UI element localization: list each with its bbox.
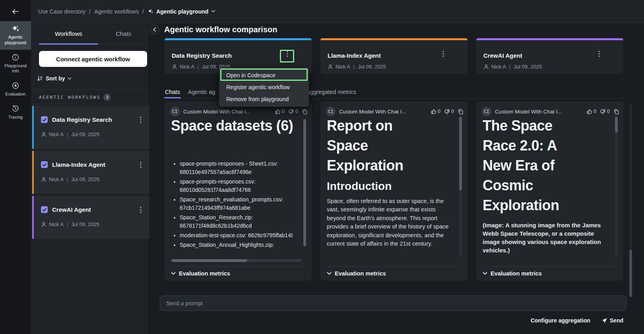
thumbs-up-button[interactable]: 0	[431, 109, 440, 115]
thumbs-down-button[interactable]: 0	[444, 109, 454, 115]
vertical-scrollbar[interactable]	[615, 117, 618, 133]
workflow-count-badge: 3	[103, 94, 111, 101]
rail-item-evaluation[interactable]: Evaluation	[0, 78, 31, 101]
workflow-checkbox[interactable]	[41, 116, 48, 123]
menu-item-open-in-codespace[interactable]: Open in Codespace	[219, 69, 309, 81]
rail-items: Agentic playground Playground info Evalu…	[0, 21, 31, 124]
thumbs-down-button[interactable]: 0	[600, 109, 610, 115]
divider	[31, 104, 149, 104]
tab-label: Agentic ag	[188, 89, 215, 95]
kebab-menu-icon[interactable]	[136, 160, 145, 169]
back-button[interactable]	[10, 7, 21, 16]
comparison-header-crewai-agent[interactable]: CrewAI Agent Nick A | Jul 09, 2025	[476, 38, 623, 74]
copy-icon[interactable]	[302, 109, 308, 115]
configure-aggregation-button[interactable]: Configure aggregation	[531, 317, 590, 324]
main-scrollbar-thumb[interactable]	[629, 250, 632, 297]
column-date: Jul 09, 2025	[358, 64, 386, 70]
accent-bar	[165, 38, 312, 40]
vertical-scrollbar[interactable]	[303, 119, 306, 246]
rail-item-tracing[interactable]: Tracing	[0, 101, 31, 124]
tab-chats[interactable]: Chats	[98, 23, 149, 44]
sort-by-label: Sort by	[46, 75, 65, 82]
owner-name: Nick A	[49, 131, 64, 137]
workflow-meta: Nick A | Jul 09, 2025	[41, 176, 99, 182]
column-title: Data Registry Search	[172, 52, 232, 59]
workflow-card-crewai-agent[interactable]: CrewAI Agent Nick A | Jul 09, 2025	[32, 196, 149, 239]
response-paragraph: (Image: A stunning image from the James …	[483, 221, 607, 254]
evaluation-metrics-toggle[interactable]: Evaluation metrics	[327, 270, 386, 277]
horizontal-scrollbar[interactable]	[171, 259, 302, 262]
breadcrumb-use-case-directory[interactable]: Use Case directory	[38, 8, 85, 15]
workflow-card-data-registry-search[interactable]: Data Registry Search Nick A | Jul 09, 20…	[32, 106, 149, 149]
chevron-down-icon	[211, 10, 215, 13]
kebab-menu-icon[interactable]	[136, 115, 145, 124]
rail-item-label: Tracing	[1, 115, 30, 120]
vertical-scrollbar[interactable]	[459, 117, 462, 190]
workflow-checkbox[interactable]	[41, 206, 48, 213]
model-avatar: CI	[482, 107, 491, 116]
history-icon	[1, 104, 30, 113]
workflow-meta: Nick A | Jul 09, 2025	[41, 221, 99, 227]
thumbs-up-button[interactable]: 0	[586, 109, 596, 115]
breadcrumb-current-playground[interactable]: Agentic playground	[147, 8, 215, 15]
column-title: CrewAI Agent	[483, 52, 522, 59]
person-icon	[328, 64, 333, 70]
dataset-bullet: Space_Station_Annual_Highlights.zip:	[180, 241, 293, 249]
comparison-area: Agentic workflow comparison Data Registr…	[149, 23, 644, 334]
send-icon	[601, 318, 607, 324]
copy-icon[interactable]	[458, 109, 464, 115]
rail-item-agentic-playground[interactable]: Agentic playground	[0, 21, 31, 50]
person-icon	[41, 132, 47, 137]
kebab-menu-icon[interactable]	[136, 205, 145, 214]
thumbs-up-button[interactable]: 0	[275, 109, 285, 115]
copy-icon[interactable]	[613, 109, 619, 115]
info-icon	[1, 53, 30, 62]
kebab-menu-icon[interactable]	[595, 49, 603, 58]
tab-chats-main[interactable]: Chats	[165, 86, 180, 98]
tab-aggregated-metrics[interactable]: aggregated metrics	[307, 86, 356, 98]
person-icon	[41, 222, 47, 227]
evaluation-metrics-toggle[interactable]: Evaluation metrics	[171, 270, 230, 277]
collapse-panel-button[interactable]	[149, 24, 159, 35]
kebab-menu-icon[interactable]	[283, 49, 292, 58]
kebab-menu-icon[interactable]	[439, 49, 448, 58]
menu-item-remove-from-playground[interactable]: Remove from playground	[219, 93, 309, 105]
prompt-input[interactable]	[160, 295, 627, 311]
rail-item-playground-info[interactable]: Playground info	[0, 50, 31, 78]
likes-count: 0	[594, 109, 596, 114]
dataset-bullet: space-prompts-responses.csv: 68010d05281…	[180, 178, 293, 194]
rail-item-label: Evaluation	[1, 92, 30, 97]
menu-item-register-agentic-workflow[interactable]: Register agentic workflow	[219, 81, 309, 93]
owner-name: Nick A	[49, 176, 64, 182]
send-button[interactable]: Send	[601, 317, 623, 324]
workflow-card-top: Llama-Index Agent	[41, 161, 136, 168]
workflow-date: Jul 09, 2025	[71, 131, 99, 137]
workflow-context-menu: Open in Codespace Register agentic workf…	[219, 68, 309, 107]
agentic-playground-app: Agentic playground Playground info Evalu…	[0, 0, 644, 334]
tab-workflows[interactable]: Workflows	[39, 23, 98, 44]
horizontal-scrollbar-thumb[interactable]	[171, 259, 247, 262]
tab-agentic-aggregation[interactable]: Agentic ag	[188, 86, 215, 98]
footer-actions: Configure aggregation Send	[531, 317, 623, 324]
sort-by-control[interactable]: Sort by	[37, 74, 72, 83]
connect-agentic-workflow-button[interactable]: Connect agentic workflow	[39, 51, 147, 67]
workflow-checkbox[interactable]	[41, 161, 48, 168]
sort-icon	[37, 76, 43, 82]
divider	[31, 89, 149, 90]
tab-label: aggregated metrics	[307, 89, 356, 95]
tab-label: Workflows	[55, 30, 82, 37]
panel-tabs: Workflows Chats	[31, 23, 149, 44]
icon-rail: Agentic playground Playground info Evalu…	[0, 0, 31, 334]
person-icon	[483, 64, 489, 70]
workflow-card-llama-index-agent[interactable]: Llama-Index Agent Nick A | Jul 09, 2025	[32, 151, 149, 194]
comparison-header-llama-index-agent[interactable]: Llama-Index Agent Nick A | Jul 09, 2025	[320, 38, 467, 74]
breadcrumb-agentic-workflows[interactable]: Agentic workflows	[94, 8, 139, 15]
workflow-card-top: CrewAI Agent	[41, 206, 136, 213]
owner-name: Nick A	[49, 221, 64, 227]
thumbs-down-button[interactable]: 0	[288, 109, 298, 115]
evaluation-metrics-toggle[interactable]: Evaluation metrics	[483, 270, 542, 277]
vertical-scrollbar-track[interactable]	[615, 117, 618, 257]
dataset-bullet: Space_research_evaluation_prompts.csv: 6…	[180, 195, 293, 212]
chevron-down-icon	[68, 77, 72, 80]
dislikes-count: 0	[295, 109, 298, 114]
